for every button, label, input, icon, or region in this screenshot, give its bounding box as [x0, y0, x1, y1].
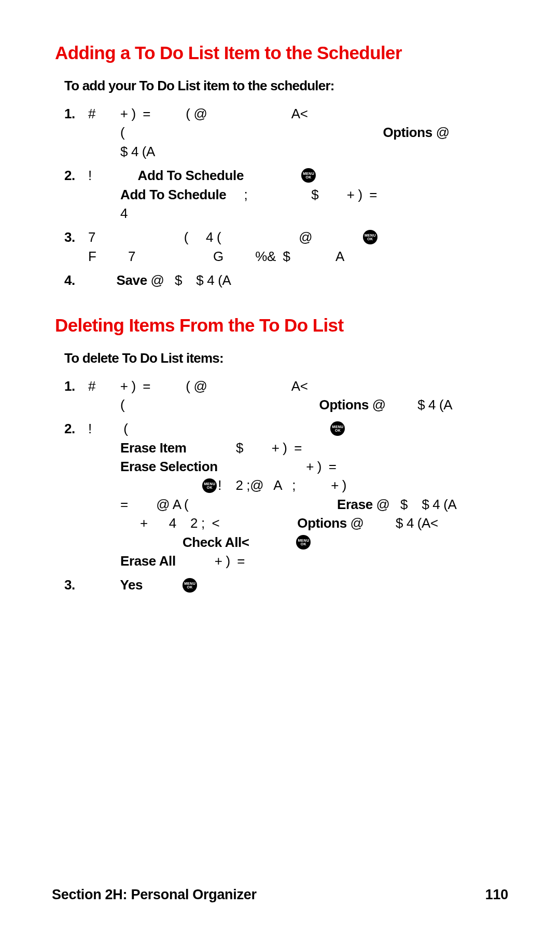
- step-number: 1.: [64, 104, 88, 161]
- step-line: 4: [88, 204, 513, 223]
- text-fragment: 7 ( 4 ( @: [88, 229, 362, 245]
- list-item: 1. # + ) = ( @ A< ( Options @ $ 4 (A: [64, 377, 513, 415]
- steps-adding: 1. # + ) = ( @ A< ( Options @ $ 4 (A: [64, 104, 513, 290]
- step-body: ! ( MENUOK Erase Item $ + ) = Erase Sele…: [88, 419, 513, 570]
- list-item: 3. Yes MENUOK: [64, 575, 513, 594]
- label-add-to-schedule: Add To Schedule: [120, 187, 226, 202]
- label-options: Options: [297, 515, 346, 531]
- label-options: Options: [319, 397, 369, 413]
- step-line: = @ A ( Erase @ $ $ 4 (A: [88, 495, 513, 514]
- text-fragment: @ $ 4 (A: [369, 397, 452, 413]
- text-fragment: $ + ) =: [187, 440, 302, 456]
- footer-section: Section 2H: Personal Organizer: [52, 887, 257, 903]
- step-number: 2.: [64, 166, 88, 223]
- list-item: 2. ! Add To Schedule MENUOK Add To Sched…: [64, 166, 513, 223]
- text-fragment: ; $ + ) =: [226, 187, 377, 202]
- step-body: Save @ $ $ 4 (A: [88, 271, 513, 290]
- text-fragment: [88, 577, 120, 593]
- menu-ok-icon: MENUOK: [202, 478, 217, 493]
- step-line: MENUOK! 2 ;@ A ; + ): [88, 476, 513, 495]
- label-add-to-schedule: Add To Schedule: [138, 168, 244, 183]
- step-line: # + ) = ( @ A<: [88, 104, 513, 123]
- page-number: 110: [485, 887, 508, 903]
- label-erase-item: Erase Item: [120, 440, 187, 456]
- menu-ok-icon: MENUOK: [301, 168, 316, 183]
- text-fragment: (: [120, 125, 383, 140]
- step-number: 3.: [64, 575, 88, 594]
- page: Adding a To Do List Item to the Schedule…: [0, 0, 560, 934]
- list-item: 1. # + ) = ( @ A< ( Options @ $ 4 (A: [64, 104, 513, 161]
- step-line: ! ( MENUOK: [88, 419, 513, 438]
- steps-deleting: 1. # + ) = ( @ A< ( Options @ $ 4 (A: [64, 377, 513, 595]
- text-fragment: [140, 534, 183, 550]
- menu-ok-icon: MENUOK: [296, 535, 311, 550]
- step-line: + 4 2 ; < Options @ $ 4 (A<: [88, 514, 513, 532]
- subtitle-deleting: To delete To Do List items:: [64, 350, 513, 366]
- step-line: # + ) = ( @ A<: [88, 377, 513, 395]
- text-fragment: [143, 577, 181, 593]
- step-body: ! Add To Schedule MENUOK Add To Schedule…: [88, 166, 513, 223]
- step-line: ( Options @ $ 4 (A: [88, 395, 513, 414]
- step-body: Yes MENUOK: [88, 575, 513, 594]
- text-fragment: (: [120, 397, 319, 413]
- text-fragment: ! (: [88, 421, 329, 436]
- text-fragment: [244, 168, 300, 183]
- text-fragment: @ $ $ 4 (A: [373, 497, 457, 512]
- heading-deleting: Deleting Items From the To Do List: [55, 315, 513, 336]
- text-fragment: [249, 534, 296, 550]
- text-fragment: [88, 477, 201, 493]
- text-fragment: + ) =: [176, 553, 245, 569]
- menu-ok-icon: MENUOK: [330, 421, 345, 436]
- step-line: Add To Schedule ; $ + ) =: [88, 185, 513, 204]
- step-number: 1.: [64, 377, 88, 415]
- step-line: Check All< MENUOK: [88, 533, 513, 552]
- step-body: # + ) = ( @ A< ( Options @ $ 4 (A: [88, 104, 513, 161]
- step-line: 7 ( 4 ( @ MENUOK: [88, 228, 513, 246]
- text-fragment: !: [88, 168, 138, 183]
- step-number: 3.: [64, 228, 88, 266]
- text-fragment: ! 2 ;@ A ; + ): [218, 477, 346, 493]
- label-erase-all: Erase All: [120, 553, 176, 569]
- heading-adding: Adding a To Do List Item to the Schedule…: [55, 43, 513, 63]
- subtitle-adding: To add your To Do List item to the sched…: [64, 78, 513, 94]
- step-line: Erase Selection + ) =: [88, 457, 513, 476]
- label-save: Save: [117, 272, 147, 288]
- step-body: 7 ( 4 ( @ MENUOK F 7 G %& $ A: [88, 228, 513, 266]
- text-fragment: @: [432, 125, 450, 140]
- step-line: Yes MENUOK: [88, 575, 513, 594]
- step-number: 4.: [64, 271, 88, 290]
- label-erase: Erase: [337, 497, 373, 512]
- menu-ok-icon: MENUOK: [363, 230, 377, 244]
- label-check-all: Check All<: [183, 534, 249, 550]
- list-item: 2. ! ( MENUOK Erase Item $ + ) =: [64, 419, 513, 570]
- list-item: 4. Save @ $ $ 4 (A: [64, 271, 513, 290]
- footer: Section 2H: Personal Organizer 110: [52, 887, 508, 903]
- menu-ok-icon: MENUOK: [183, 578, 197, 593]
- text-fragment: @ $ 4 (A<: [347, 515, 438, 531]
- text-fragment: @ $ $ 4 (A: [147, 272, 231, 288]
- step-line: ( Options @: [88, 123, 513, 142]
- step-line: F 7 G %& $ A: [88, 247, 513, 266]
- label-yes: Yes: [120, 577, 143, 593]
- step-line: Erase All + ) =: [88, 552, 513, 570]
- step-line: ! Add To Schedule MENUOK: [88, 166, 513, 185]
- step-line: $ 4 (A: [88, 142, 513, 161]
- step-body: # + ) = ( @ A< ( Options @ $ 4 (A: [88, 377, 513, 415]
- text-fragment: [88, 272, 117, 288]
- step-line: Save @ $ $ 4 (A: [88, 271, 513, 290]
- text-fragment: + 4 2 ; <: [140, 515, 297, 531]
- text-fragment: + ) =: [218, 459, 337, 474]
- label-erase-selection: Erase Selection: [120, 459, 218, 474]
- text-fragment: = @ A (: [120, 497, 337, 512]
- step-number: 2.: [64, 419, 88, 570]
- list-item: 3. 7 ( 4 ( @ MENUOK F 7 G %& $ A: [64, 228, 513, 266]
- step-line: Erase Item $ + ) =: [88, 438, 513, 457]
- label-options: Options: [383, 125, 432, 140]
